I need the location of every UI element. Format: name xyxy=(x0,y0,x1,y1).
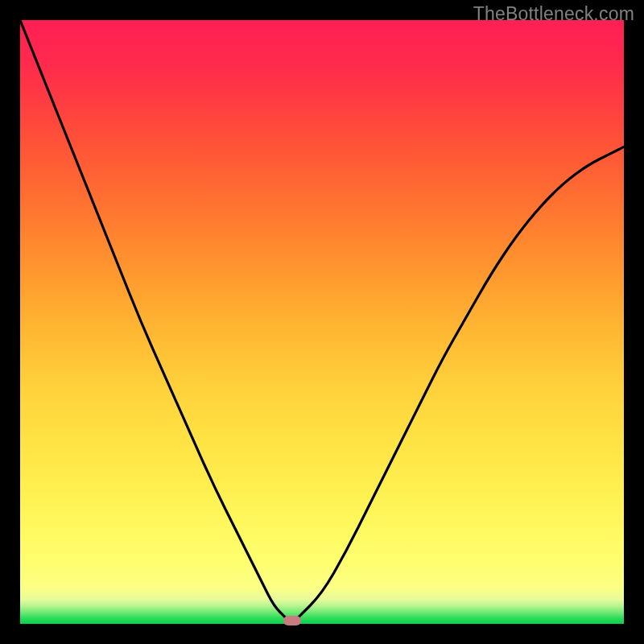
plot-area xyxy=(20,20,624,624)
bottleneck-curve-path xyxy=(20,20,624,622)
watermark-text: TheBottleneck.com xyxy=(473,3,634,25)
chart-frame: TheBottleneck.com xyxy=(0,0,644,644)
curve-svg xyxy=(20,20,624,624)
minimum-marker xyxy=(283,616,301,625)
